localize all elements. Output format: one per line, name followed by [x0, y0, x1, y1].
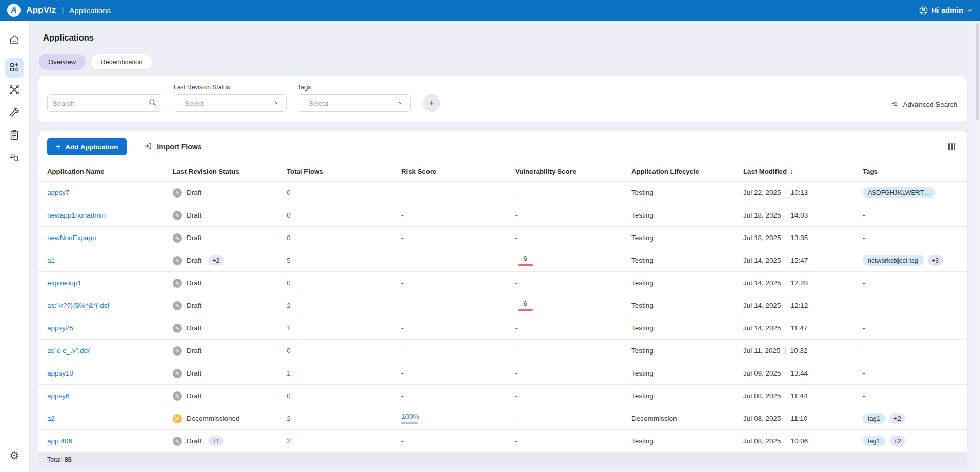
- total-flows-link[interactable]: 1: [287, 369, 291, 377]
- app-name-link[interactable]: newapp1nonadmin: [47, 211, 106, 219]
- tab-recertification[interactable]: Recertification: [91, 54, 152, 70]
- total-flows-link[interactable]: 1: [287, 324, 291, 332]
- date-time-divider: [786, 438, 786, 445]
- vulnerability-cell: 6: [518, 300, 533, 311]
- app-name-link[interactable]: a1: [47, 257, 55, 264]
- scrollbar-thumb[interactable]: [976, 23, 979, 120]
- risk-score-cell: -: [401, 279, 404, 287]
- col-vulnerability-score[interactable]: Vulnerability Score: [515, 168, 631, 175]
- sidebar-item-tools[interactable]: [5, 104, 24, 123]
- network-icon: [9, 84, 20, 97]
- total-flows-link[interactable]: 0: [287, 189, 291, 196]
- vulnerability-cell: -: [515, 279, 518, 287]
- total-flows-link[interactable]: 0: [287, 211, 291, 219]
- add-application-button[interactable]: + Add Application: [47, 138, 127, 155]
- vulnerability-value: -: [515, 392, 518, 400]
- risk-score-value: -: [401, 347, 404, 355]
- total-flows-link[interactable]: 2: [287, 437, 291, 445]
- import-flows-button[interactable]: Import Flows: [144, 142, 201, 152]
- lifecycle-value: Testing: [631, 369, 654, 377]
- sidebar-item-applications[interactable]: [5, 58, 24, 78]
- app-name-link[interactable]: as:"<??}{$%^&*( dsf: [47, 302, 109, 309]
- sidebar-item-reports[interactable]: [5, 126, 24, 146]
- col-total-flows[interactable]: Total Flows: [287, 168, 401, 175]
- status-badge[interactable]: +2: [208, 255, 223, 265]
- app-name-link[interactable]: newNonExpapp: [47, 234, 96, 242]
- app-name-link[interactable]: appsy25: [47, 324, 73, 332]
- vulnerability-cell: -: [515, 234, 518, 242]
- app-name-link[interactable]: a2: [47, 415, 55, 422]
- total-flows-link[interactable]: 2: [287, 415, 291, 422]
- modified-time: 11:44: [791, 392, 808, 400]
- app-header: A AppViz | Applications Hi admin: [0, 0, 980, 21]
- table-row: as:"<??}{$%^&*( dsf Draft 2 - 6 Testing …: [38, 294, 967, 317]
- app-name-link[interactable]: expiredop1: [47, 279, 81, 287]
- tag-more-badge[interactable]: +2: [889, 436, 905, 446]
- lifecycle-value: Testing: [631, 189, 654, 196]
- col-tags[interactable]: Tags: [863, 168, 957, 175]
- vulnerability-bar: [518, 309, 533, 311]
- table-row: a2 Decommissioned 2 100% - Decommission …: [38, 407, 967, 429]
- total-flows-link[interactable]: 0: [287, 347, 291, 355]
- col-risk-score[interactable]: Risk Score: [401, 168, 515, 175]
- status-icon: [173, 256, 182, 265]
- risk-score-value: -: [401, 257, 404, 264]
- table-row: expiredop1 Draft 0 - - Testing Jul 14, 2…: [38, 271, 967, 294]
- total-flows-link[interactable]: 2: [287, 302, 291, 309]
- modified-time: 11:10: [791, 415, 808, 422]
- tags-cell: -: [863, 392, 957, 400]
- tab-overview[interactable]: Overview: [38, 54, 86, 70]
- tags-empty: -: [863, 211, 865, 219]
- column-settings-icon[interactable]: [946, 141, 957, 152]
- status-icon: [173, 346, 182, 356]
- vulnerability-cell: -: [515, 415, 518, 422]
- last-revision-status-select[interactable]: - Select -: [174, 94, 287, 112]
- app-name-link[interactable]: as`c-e_,v",dd/: [47, 347, 90, 355]
- total-flows-link[interactable]: 0: [287, 392, 291, 400]
- col-last-revision-status[interactable]: Last Revision Status: [173, 168, 287, 175]
- tag-pill[interactable]: tag1: [863, 436, 885, 446]
- filter-label: Tags: [298, 84, 411, 91]
- sidebar-item-settings[interactable]: ⚙: [5, 445, 24, 465]
- col-last-modified[interactable]: Last Modified↓: [743, 168, 863, 175]
- clipboard-icon: [9, 129, 20, 143]
- risk-score-value: -: [401, 437, 404, 445]
- sidebar-item-network[interactable]: [5, 81, 24, 101]
- sidebar: ⚙: [0, 21, 29, 472]
- total-flows-link[interactable]: 0: [287, 234, 291, 242]
- table-row: a1 Draft +2 5 - 6 Testing Jul 14, 2025 1…: [38, 249, 967, 271]
- app-name-link[interactable]: appsy7: [47, 189, 70, 196]
- col-application-lifecycle[interactable]: Application Lifecycle: [631, 168, 743, 175]
- search-input[interactable]: [53, 100, 148, 107]
- app-name-link[interactable]: app 406: [47, 437, 72, 445]
- sidebar-item-search[interactable]: [5, 149, 24, 168]
- tabs: Overview Recertification: [38, 54, 967, 70]
- advanced-search-icon: [891, 100, 899, 109]
- search-icon: [148, 98, 157, 109]
- tag-pill[interactable]: tag1: [863, 413, 885, 424]
- vulnerability-value: -: [515, 369, 518, 377]
- tags-select[interactable]: - Select -: [298, 94, 411, 112]
- total-flows-link[interactable]: 5: [287, 257, 291, 264]
- status-badge[interactable]: +1: [208, 436, 223, 446]
- tag-pill[interactable]: networkobject-tag: [863, 255, 924, 266]
- filter-tags: Tags - Select -: [298, 84, 411, 112]
- user-menu[interactable]: Hi admin: [918, 6, 973, 15]
- add-filter-button[interactable]: +: [423, 94, 440, 112]
- tag-pill[interactable]: ASDFGHJKLWERT…: [863, 187, 935, 198]
- app-name-link[interactable]: appsy6: [47, 392, 70, 400]
- tag-more-badge[interactable]: +2: [889, 413, 905, 424]
- modified-date: Jul 08, 2025: [743, 437, 781, 445]
- app-name-link[interactable]: appsy10: [47, 369, 73, 377]
- sidebar-item-home[interactable]: [5, 31, 24, 50]
- risk-score-value: -: [401, 234, 404, 242]
- col-application-name[interactable]: Application Name: [47, 168, 173, 175]
- total-flows-link[interactable]: 0: [287, 279, 291, 287]
- page-scrollbar[interactable]: [975, 21, 980, 472]
- risk-score-cell: 100%: [401, 412, 419, 424]
- main-content: Applications Overview Recertification La…: [29, 21, 980, 472]
- date-time-divider: [786, 370, 786, 377]
- tag-more-badge[interactable]: +3: [928, 255, 943, 266]
- risk-score-cell: -: [401, 302, 404, 309]
- advanced-search-button[interactable]: Advanced Search: [891, 100, 957, 109]
